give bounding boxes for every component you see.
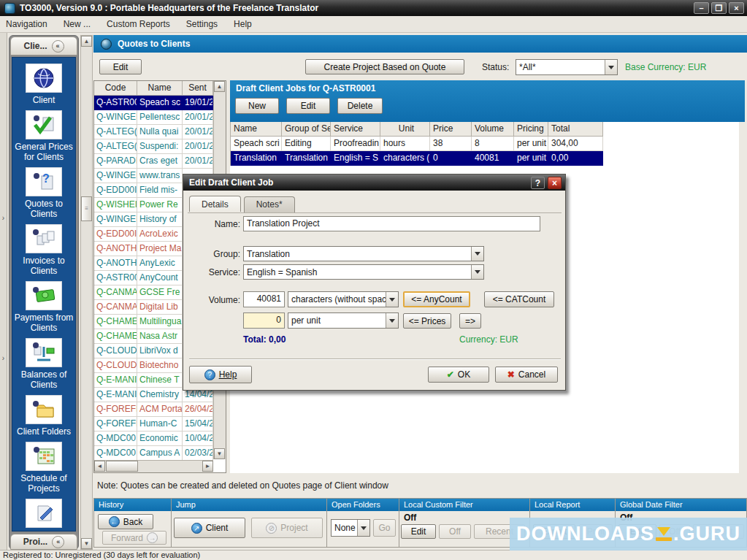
chevron-down-icon[interactable] — [471, 247, 483, 261]
jump-project-button[interactable]: ⊘ Project — [251, 518, 323, 538]
new-job-button[interactable]: New — [235, 98, 279, 114]
pricing-select[interactable]: per unit — [288, 312, 399, 329]
collapse-chevron-icon[interactable]: « — [52, 40, 64, 53]
table-row[interactable]: Q-ALTEG(Nulla quai20/01/2 — [94, 125, 226, 139]
table-row[interactable]: Q-ALTEG(Suspendi:20/01/2 — [94, 139, 226, 154]
table-row[interactable]: Q-PARADICras eget20/01/2 — [94, 154, 226, 169]
restore-button[interactable]: ❐ — [711, 2, 727, 14]
minimize-button[interactable]: – — [694, 2, 709, 14]
tab-details[interactable]: Details — [189, 196, 241, 212]
quotes-horizontal-scrollbar[interactable]: ◄ ► — [94, 460, 213, 472]
scroll-thumb[interactable]: ≡ — [81, 196, 92, 221]
dialog-help-icon[interactable]: ? — [531, 177, 545, 189]
table-row[interactable]: Q-ASTR00Speach sc19/01/2 — [94, 96, 226, 110]
column-header-service[interactable]: Service — [331, 122, 380, 137]
delete-job-button[interactable]: Delete — [337, 98, 383, 114]
menu-item-navigation[interactable]: Navigation — [6, 19, 47, 29]
column-header-volume[interactable]: Volume — [472, 122, 514, 137]
dialog-title-bar[interactable]: Edit Draft Client Job — [183, 174, 565, 191]
sidebar-item-client[interactable]: Client — [13, 64, 74, 105]
sidebar-item-invoices-to-clients[interactable]: Invoices to Clients — [13, 224, 74, 276]
scroll-left-icon[interactable]: ◄ — [94, 461, 105, 472]
ok-button[interactable]: ✔ OK — [428, 367, 489, 383]
price-input[interactable]: 0 — [243, 312, 285, 329]
transfer-button[interactable]: => — [459, 313, 481, 329]
back-button[interactable]: ← Back — [98, 514, 153, 529]
scroll-up-icon[interactable]: ▲ — [214, 81, 225, 92]
sidebar-header-projects[interactable]: Proi... « — [10, 534, 77, 550]
column-header-group-of-se[interactable]: Group of Se — [282, 122, 331, 137]
sidebar-item-schedule-of-projects[interactable]: Schedule of Projects — [13, 442, 74, 494]
go-button[interactable]: Go — [373, 519, 396, 537]
table-row[interactable]: TranslationTranslationEnglish = Scharact… — [231, 151, 603, 166]
edit-job-button[interactable]: Edit — [286, 98, 330, 114]
expand-chevron-icon[interactable]: « — [52, 536, 64, 548]
column-header-total[interactable]: Total — [548, 122, 603, 137]
chevron-down-icon[interactable] — [605, 60, 617, 74]
table-row[interactable]: Q-FOREFIACM Porta26/04/2 — [94, 402, 226, 417]
sidebar-item-general-prices-for-clients[interactable]: General Prices for Clients — [13, 110, 74, 162]
volume-unit-select[interactable]: characters (without spac — [288, 291, 399, 307]
folder-icon — [26, 395, 62, 424]
column-header-name[interactable]: Name — [231, 122, 282, 137]
filter-off-button[interactable]: Off — [439, 524, 471, 539]
status-select[interactable]: *All* — [516, 59, 618, 75]
close-button[interactable]: × — [729, 2, 744, 14]
folders-select[interactable]: None — [331, 519, 370, 537]
menu-item-new[interactable]: New ... — [64, 19, 91, 29]
dialog-close-icon[interactable]: × — [548, 177, 562, 189]
scroll-down-icon[interactable]: ▼ — [214, 448, 225, 459]
column-header-unit[interactable]: Unit — [380, 122, 430, 137]
forward-button[interactable]: Forward → — [102, 531, 166, 545]
chevron-down-icon[interactable] — [471, 265, 483, 279]
chevron-down-icon[interactable] — [386, 313, 398, 328]
volume-input[interactable]: 40081 — [243, 291, 285, 307]
sidebar-item-label: Business Expenses — [13, 530, 74, 532]
scroll-thumb[interactable] — [106, 461, 138, 472]
catcount-button[interactable]: <= CATCount — [484, 291, 554, 307]
filter-edit-button[interactable]: Edit — [401, 524, 436, 539]
cancel-button[interactable]: ✖ Cancel — [495, 367, 558, 383]
menu-item-custom-reports[interactable]: Custom Reports — [107, 19, 170, 29]
sidebar-item-balances-of-clients[interactable]: Balances of Clients — [13, 338, 74, 390]
menu-item-settings[interactable]: Settings — [186, 19, 218, 29]
column-header-code[interactable]: Code — [94, 81, 137, 96]
jump-client-button[interactable]: ↗ Client — [174, 518, 245, 538]
total-label: Total: 0,00 — [243, 334, 286, 345]
create-project-button[interactable]: Create Project Based on Quote — [305, 59, 464, 74]
scroll-up-icon[interactable]: ▲ — [81, 36, 92, 47]
sidebar-item-payments-from-clients[interactable]: Payments from Clients — [13, 281, 74, 333]
tab-notes[interactable]: Notes* — [244, 196, 295, 212]
table-row[interactable]: Q-WINGEIPellentesc20/01/2 — [94, 110, 226, 125]
table-row[interactable]: Q-MDC00Economic10/04/2 — [94, 431, 226, 446]
dock-splitter[interactable]: › › — [0, 33, 7, 550]
sidebar-item-label: Invoices to Clients — [13, 256, 74, 276]
anycount-button[interactable]: <= AnyCount — [403, 291, 470, 307]
prices-button[interactable]: <= Prices — [403, 313, 451, 329]
sidebar-item-client-folders[interactable]: Client Folders — [13, 395, 74, 437]
group-select[interactable]: Translation — [243, 246, 484, 261]
splitter-handle-icon[interactable]: › — [0, 214, 7, 222]
sidebar-scrollbar[interactable]: ▲ ≡ ▼ — [80, 35, 93, 550]
table-row[interactable]: Speach scriEditingProofreadinhours388per… — [231, 137, 603, 151]
column-header-name[interactable]: Name — [137, 81, 183, 96]
sidebar-item-business-expenses[interactable]: Business Expenses — [13, 499, 74, 532]
sidebar-header-clients[interactable]: Clie... « — [10, 37, 77, 55]
chevron-down-icon[interactable] — [386, 292, 398, 307]
service-select[interactable]: English = Spanish — [243, 264, 484, 280]
help-button[interactable]: ? Help — [189, 366, 252, 383]
name-input[interactable]: Translation Project — [243, 216, 540, 231]
column-header-pricing[interactable]: Pricing — [514, 122, 548, 137]
table-row[interactable]: Q-FOREFIHuman-C15/04/2 — [94, 417, 226, 431]
column-header-sent[interactable]: Sent — [183, 81, 213, 96]
splitter-handle-icon[interactable]: › — [0, 354, 7, 362]
column-header-price[interactable]: Price — [430, 122, 472, 137]
menu-item-help[interactable]: Help — [234, 19, 252, 29]
edit-quote-button[interactable]: Edit — [99, 59, 142, 74]
scroll-right-icon[interactable]: ► — [202, 461, 213, 472]
chevron-down-icon[interactable] — [357, 520, 369, 536]
table-cell: Q-ANOTH — [94, 242, 137, 256]
sidebar-item-quotes-to-clients[interactable]: ?Quotes to Clients — [13, 167, 74, 219]
scroll-down-icon[interactable]: ▼ — [81, 538, 92, 549]
table-row[interactable]: Q-MDC00Campus A02/03/2 — [94, 446, 226, 461]
